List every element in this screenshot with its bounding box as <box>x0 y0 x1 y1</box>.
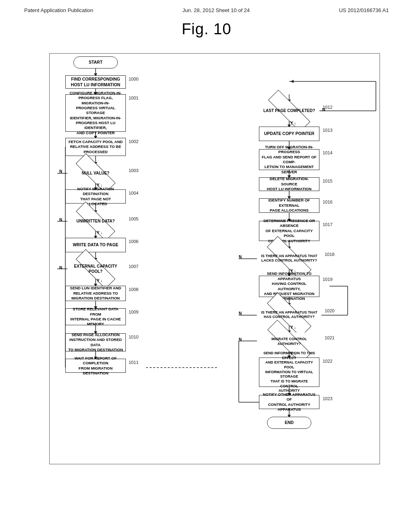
num-1019: 1019 <box>323 277 332 282</box>
fig-title: Fig. 10 <box>0 21 413 38</box>
header-center: Jun. 28, 2012 Sheet 10 of 24 <box>182 7 250 13</box>
diagram-area: START FIND CORRESPONDING HOST LU INFORMA… <box>25 45 388 517</box>
num-1022: 1022 <box>323 359 332 364</box>
header-right: US 2012/0166736 A1 <box>339 7 389 13</box>
label-1012-y: Y ↓ <box>290 121 296 125</box>
num-1020: 1020 <box>325 308 334 313</box>
box-1006: WRITE DATA TO PAGE <box>65 238 126 252</box>
diamond-1003: NULL VALUE? <box>67 164 124 183</box>
label-1007-n: N <box>59 266 62 270</box>
header-left: Patent Application Publication <box>24 7 93 13</box>
box-1019: SEND INFORMATION TO APPARATUS HAVING CON… <box>259 276 319 297</box>
num-1008: 1008 <box>129 287 138 292</box>
box-1010: SEND PAGE ALLOCATION INSTRUCTION AND STO… <box>65 333 126 351</box>
box-1011: WAIT FOR REPORT OF COMPLETION FROM MIGRA… <box>65 359 126 373</box>
num-1016: 1016 <box>323 200 332 204</box>
num-1000: 1000 <box>129 77 138 81</box>
page-header: Patent Application Publication Jun. 28, … <box>0 0 413 17</box>
num-1007: 1007 <box>129 264 138 269</box>
box-1015: DELETE MIGRATION-SOURCE HOST LU INFORMAT… <box>259 177 319 191</box>
box-1016: IDENTIFY NUMBER OF EXTERNAL PAGE ALLOCAT… <box>259 198 319 213</box>
num-1002: 1002 <box>129 139 138 144</box>
box-1017: DETERMINE PRESENCE OR ABSENCE OF EXTERNA… <box>259 221 319 241</box>
box-1009: STORE RELEVANT DATA FROM INTERNAL PAGE I… <box>65 308 126 325</box>
num-1006: 1006 <box>129 239 138 244</box>
num-1014: 1014 <box>323 150 332 155</box>
num-1017: 1017 <box>323 222 332 227</box>
label-1005-y: Y ↓ <box>97 231 102 235</box>
num-1015: 1015 <box>323 179 332 183</box>
box-1023: NOTIFY OTHER APPARATUS OF CONTROL AUTHOR… <box>259 395 319 409</box>
num-1021: 1021 <box>325 335 334 340</box>
num-1011: 1011 <box>129 360 138 365</box>
diamond-1007: EXTERNAL CAPACITY POOL? <box>67 260 124 278</box>
box-1008: SEND LUN IDENTIFIER AND RELATIVE ADDRESS… <box>65 286 126 301</box>
diamond-1012: LAST PAGE COMPLETED? <box>259 102 319 120</box>
box-1013: UPDATE COPY POINTER <box>259 127 319 141</box>
label-1012-n: N <box>322 108 325 112</box>
num-1003: 1003 <box>129 168 138 173</box>
box-1022: SEND INFORMATION TO THIS EFFECT AND EXTE… <box>259 357 319 387</box>
diamond-1020: IS THERE AN APPARATUS THAT HAS CONTROL A… <box>257 305 321 324</box>
box-1001: CONFIGURE MIGRATION-IN- PROGRESS FLAG, M… <box>65 94 126 132</box>
diamond-1018: IS THERE AN APPARATUS THAT LACKS CONTROL… <box>257 249 321 268</box>
num-1023: 1023 <box>323 396 332 401</box>
num-1013: 1013 <box>323 128 332 133</box>
label-1018-n: N <box>239 255 242 259</box>
num-1005: 1005 <box>129 216 138 221</box>
end-box: END <box>267 417 311 429</box>
num-1018: 1018 <box>325 252 334 257</box>
box-1002: FETCH CAPACITY POOL AND RELATIVE ADDRESS… <box>65 138 126 156</box>
num-1010: 1010 <box>129 335 138 339</box>
label-1003-n: N <box>59 169 62 174</box>
num-1001: 1001 <box>129 96 138 100</box>
num-1009: 1009 <box>129 310 138 314</box>
box-1014: TURN OFF MIGRATION-IN-PROGRESS FLAG AND … <box>259 149 319 170</box>
box-1000: FIND CORRESPONDING HOST LU INFORMATION <box>65 75 126 89</box>
box-1004: NOTIFY MIGRATION DESTINATION THAT PAGE N… <box>65 189 126 204</box>
diamond-1021: MIGRATE CONTROL AUTHORITY? <box>257 332 321 351</box>
label-1020-y: Y ↓ <box>290 325 296 330</box>
num-1004: 1004 <box>129 191 138 195</box>
svg-marker-60 <box>290 80 294 83</box>
label-1007-y: Y ↓ <box>97 278 102 283</box>
diamond-1005: UNWRITTEN DATA? <box>67 212 124 230</box>
label-1020-n: N <box>239 311 242 316</box>
label-1005-n: N <box>59 218 62 222</box>
label-1021-n: N <box>239 337 242 342</box>
start-box: START <box>73 56 118 69</box>
